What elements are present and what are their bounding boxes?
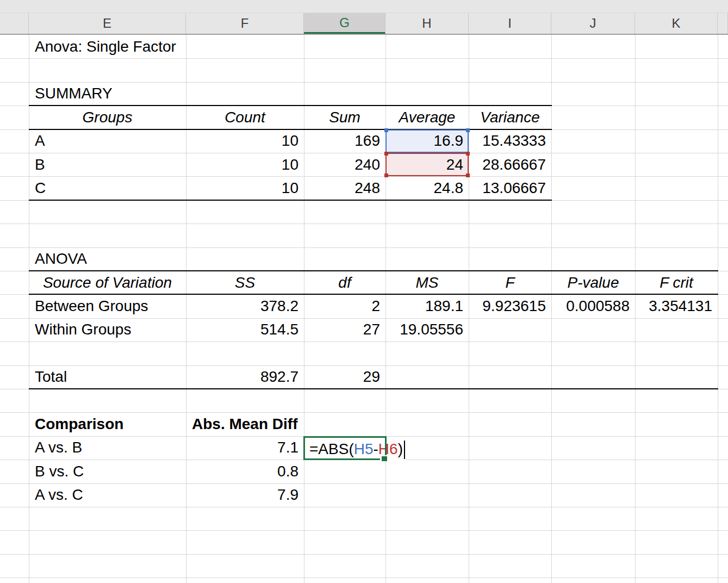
gridline-horizontal xyxy=(0,530,728,531)
gridline-vertical xyxy=(718,35,718,583)
cell-F6[interactable]: 10 xyxy=(186,153,304,176)
cell-F19[interactable]: 0.8 xyxy=(186,460,304,483)
cell-F15[interactable]: 892.7 xyxy=(186,365,304,389)
spreadsheet: EFGHIJK Anova: Single FactorSUMMARYGroup… xyxy=(0,0,728,583)
cell-E15[interactable]: Total xyxy=(29,365,186,389)
cell-K12[interactable]: 3.354131 xyxy=(635,294,718,318)
cell-I11[interactable]: F xyxy=(469,271,551,294)
cell-H11[interactable]: MS xyxy=(385,271,469,294)
column-header-K[interactable]: K xyxy=(635,13,718,34)
cell-F11[interactable]: SS xyxy=(186,271,304,294)
cell-F5[interactable]: 10 xyxy=(186,129,304,153)
cell-F4[interactable]: Count xyxy=(186,106,304,129)
gridline-horizontal xyxy=(0,554,728,555)
column-header-label: K xyxy=(671,16,680,31)
column-header-D[interactable] xyxy=(0,13,29,34)
cell-E11[interactable]: Source of Variation xyxy=(29,271,186,294)
cell-E17[interactable]: Comparison xyxy=(29,412,186,436)
text-cursor xyxy=(404,441,405,459)
column-header-I[interactable]: I xyxy=(469,13,551,34)
gridline-horizontal xyxy=(0,507,728,507)
column-header-label: F xyxy=(241,16,249,31)
cell-G5[interactable]: 169 xyxy=(304,129,385,153)
cell-J12[interactable]: 0.000588 xyxy=(551,294,635,318)
cell-G13[interactable]: 27 xyxy=(304,318,385,342)
column-header-H[interactable]: H xyxy=(385,13,469,34)
cell-F13[interactable]: 514.5 xyxy=(186,318,304,342)
active-cell-border xyxy=(303,436,387,460)
column-header-label: G xyxy=(339,15,350,30)
cell-I5[interactable]: 15.43333 xyxy=(469,129,551,153)
gridline-horizontal xyxy=(0,342,728,342)
gridline-horizontal xyxy=(0,58,728,59)
column-header-label: H xyxy=(422,16,431,31)
cell-H4[interactable]: Average xyxy=(385,106,469,129)
cell-H5[interactable]: 16.9 xyxy=(385,129,469,153)
fill-handle[interactable] xyxy=(382,456,387,461)
cell-E6[interactable]: B xyxy=(29,153,186,176)
cell-E3[interactable]: SUMMARY xyxy=(29,82,186,106)
cell-H6[interactable]: 24 xyxy=(385,153,469,176)
cell-H12[interactable]: 189.1 xyxy=(385,294,469,318)
cell-I7[interactable]: 13.06667 xyxy=(469,176,551,200)
cell-E5[interactable]: A xyxy=(29,129,186,153)
cell-F18[interactable]: 7.1 xyxy=(186,436,304,460)
cell-G4[interactable]: Sum xyxy=(304,106,385,129)
cell-H13[interactable]: 19.05556 xyxy=(385,318,469,342)
gridline-horizontal xyxy=(0,224,728,224)
column-header-J[interactable]: J xyxy=(551,13,635,34)
cell-F12[interactable]: 378.2 xyxy=(186,294,304,318)
formula-bar-remnant xyxy=(0,0,728,13)
column-header-label: J xyxy=(590,16,596,31)
cell-H7[interactable]: 24.8 xyxy=(385,176,469,200)
cell-I6[interactable]: 28.66667 xyxy=(469,153,551,176)
gridline-horizontal xyxy=(0,578,728,578)
cell-F7[interactable]: 10 xyxy=(186,176,304,200)
cell-E13[interactable]: Within Groups xyxy=(29,318,186,342)
cell-I4[interactable]: Variance xyxy=(469,106,551,129)
cell-G6[interactable]: 240 xyxy=(304,153,385,176)
column-header-L[interactable] xyxy=(718,13,728,34)
cell-K11[interactable]: F crit xyxy=(635,271,718,294)
cell-E7[interactable]: C xyxy=(29,176,186,200)
cell-G15[interactable]: 29 xyxy=(304,365,385,389)
cell-E18[interactable]: A vs. B xyxy=(29,436,186,460)
column-header-label: E xyxy=(103,16,111,31)
cell-G7[interactable]: 248 xyxy=(304,176,385,200)
cell-E10[interactable]: ANOVA xyxy=(29,247,186,271)
column-header-G[interactable]: G xyxy=(304,13,385,34)
column-header-E[interactable]: E xyxy=(29,13,186,34)
cell-E20[interactable]: A vs. C xyxy=(29,483,186,507)
column-header-label: I xyxy=(508,16,512,31)
cell-F17[interactable]: Abs. Mean Diff xyxy=(186,412,304,436)
cell-I12[interactable]: 9.923615 xyxy=(469,294,551,318)
cell-G12[interactable]: 2 xyxy=(304,294,385,318)
cell-F20[interactable]: 7.9 xyxy=(186,483,304,507)
formula-part: ) xyxy=(398,441,403,458)
cell-J11[interactable]: P-value xyxy=(551,271,635,294)
cell-G11[interactable]: df xyxy=(304,271,385,294)
column-header-F[interactable]: F xyxy=(186,13,304,34)
cell-E12[interactable]: Between Groups xyxy=(29,294,186,318)
cell-E1[interactable]: Anova: Single Factor xyxy=(29,35,186,58)
cell-E4[interactable]: Groups xyxy=(29,106,186,129)
cell-E19[interactable]: B vs. C xyxy=(29,460,186,483)
column-header-row: EFGHIJK xyxy=(0,13,728,35)
